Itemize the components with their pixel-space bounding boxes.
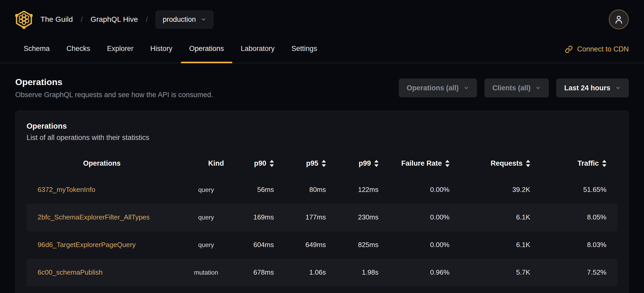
sort-asc-icon[interactable] <box>526 160 530 163</box>
requests-cell: 6.1K <box>461 213 541 221</box>
operation-name-cell: 6c00_schemaPublish <box>27 268 177 276</box>
sort-arrows-icon[interactable] <box>270 160 274 167</box>
breadcrumb-separator: / <box>146 15 148 24</box>
p90-cell: 56ms <box>235 186 285 194</box>
sort-desc-icon[interactable] <box>602 164 606 167</box>
sort-arrows-icon[interactable] <box>526 160 530 167</box>
nav-tab[interactable]: Explorer <box>99 36 142 63</box>
sort-asc-icon[interactable] <box>602 160 606 163</box>
chevron-down-icon <box>535 85 541 91</box>
p99-cell: 122ms <box>337 186 390 194</box>
filter-dropdown[interactable]: Last 24 hours <box>556 79 629 97</box>
p90-cell: 604ms <box>235 241 285 249</box>
sort-arrows-icon[interactable] <box>374 160 379 167</box>
operation-link[interactable]: 2bfc_SchemaExplorerFilter_AllTypes <box>38 213 150 221</box>
table-body: 6372_myTokenInfo query 56ms 80ms 122ms 0… <box>27 176 617 286</box>
table-column-label: Operations <box>83 159 121 168</box>
connect-to-cdn-link[interactable]: Connect to CDN <box>565 45 629 53</box>
sort-arrows-icon[interactable] <box>322 160 326 167</box>
sort-arrows-icon[interactable] <box>445 160 449 167</box>
p90-cell: 169ms <box>235 213 285 221</box>
table-column-header[interactable]: p90 <box>235 159 285 168</box>
nav-tab-label: Laboratory <box>241 45 275 53</box>
breadcrumb-project[interactable]: GraphQL Hive <box>90 15 138 24</box>
failure-rate-cell: 0.00% <box>390 186 461 194</box>
table-column-header[interactable]: p99 <box>337 159 390 168</box>
nav-tab[interactable]: Laboratory <box>232 36 283 63</box>
failure-rate-cell: 0.00% <box>390 241 461 249</box>
filter-dropdown-label: Operations (all) <box>407 84 459 92</box>
sort-desc-icon[interactable] <box>445 164 449 167</box>
kind-cell: query <box>177 186 235 193</box>
failure-rate-cell: 0.00% <box>390 213 461 221</box>
table-column-header[interactable]: p95 <box>285 159 337 168</box>
nav-tab[interactable]: Schema <box>15 36 58 63</box>
traffic-cell: 51.65% <box>541 186 617 194</box>
breadcrumb-org[interactable]: The Guild <box>40 15 73 24</box>
traffic-cell: 7.52% <box>541 268 617 276</box>
table-column-label: Traffic <box>577 159 599 168</box>
page-header: Operations Observe GraphQL requests and … <box>0 63 644 99</box>
target-selector-value: production <box>163 15 196 24</box>
filter-dropdown-label: Clients (all) <box>492 84 531 92</box>
table-column-label: p95 <box>306 159 318 168</box>
nav-tab[interactable]: Settings <box>283 36 326 63</box>
sort-asc-icon[interactable] <box>322 160 326 163</box>
breadcrumb-separator: / <box>81 15 83 24</box>
table-column-header[interactable]: Kind <box>177 159 235 168</box>
traffic-cell: 8.05% <box>541 213 617 221</box>
sort-desc-icon[interactable] <box>322 164 326 167</box>
nav-tab[interactable]: History <box>142 36 181 63</box>
requests-cell: 6.1K <box>461 241 541 249</box>
sort-asc-icon[interactable] <box>445 160 449 163</box>
nav-tab[interactable]: Operations <box>181 36 232 63</box>
table-row: 2bfc_SchemaExplorerFilter_AllTypes query… <box>27 203 617 231</box>
sort-arrows-icon[interactable] <box>602 160 606 167</box>
hive-logo-icon[interactable] <box>15 10 33 29</box>
filter-dropdown[interactable]: Operations (all) <box>399 79 477 97</box>
link-icon <box>565 45 573 53</box>
filter-dropdown[interactable]: Clients (all) <box>484 79 549 97</box>
operation-link[interactable]: 6372_myTokenInfo <box>38 186 95 193</box>
filter-bar: Operations (all) Clients (all) Last 24 h… <box>399 79 629 97</box>
table-column-label: p90 <box>254 159 266 168</box>
sort-desc-icon[interactable] <box>270 164 274 167</box>
operation-link[interactable]: 6c00_schemaPublish <box>38 268 103 276</box>
operation-name-cell: 2bfc_SchemaExplorerFilter_AllTypes <box>27 213 177 221</box>
nav-tab[interactable]: Checks <box>58 36 99 63</box>
nav-tab-label: Checks <box>67 45 90 53</box>
p99-cell: 825ms <box>337 241 390 249</box>
nav-tab-label: Explorer <box>107 45 134 53</box>
requests-cell: 5.7K <box>461 268 541 276</box>
top-bar: The Guild / GraphQL Hive / production <box>0 0 644 34</box>
p99-cell: 1.98s <box>337 268 390 276</box>
page-title: Operations <box>15 77 213 87</box>
table-column-label: p99 <box>359 159 371 168</box>
target-selector[interactable]: production <box>156 11 213 29</box>
sort-asc-icon[interactable] <box>270 160 274 163</box>
nav-tab-label: Schema <box>24 45 50 53</box>
sort-desc-icon[interactable] <box>526 164 530 167</box>
sort-asc-icon[interactable] <box>374 160 379 163</box>
nav-tab-label: Operations <box>189 45 224 53</box>
card-title: Operations <box>27 122 617 130</box>
chevron-down-icon <box>463 85 469 91</box>
operation-link[interactable]: 96d6_TargetExplorerPageQuery <box>38 241 136 249</box>
user-icon <box>614 14 624 25</box>
sort-desc-icon[interactable] <box>374 164 379 167</box>
table-row: 96d6_TargetExplorerPageQuery query 604ms… <box>27 231 617 259</box>
table-column-label: Failure Rate <box>401 159 442 168</box>
nav-tabs: Schema Checks Explorer History Operation… <box>15 36 325 63</box>
chevron-down-icon <box>201 17 206 22</box>
table-column-header[interactable]: Operations <box>27 159 177 168</box>
p95-cell: 649ms <box>285 241 337 249</box>
card-subtitle: List of all operations with their statis… <box>27 134 617 142</box>
table-row: 6c00_schemaPublish mutation 678ms 1.06s … <box>27 259 617 286</box>
operation-name-cell: 96d6_TargetExplorerPageQuery <box>27 241 177 249</box>
kind-cell: query <box>177 214 235 221</box>
table-column-header[interactable]: Requests <box>461 159 541 168</box>
primary-nav: Schema Checks Explorer History Operation… <box>0 36 644 63</box>
table-column-header[interactable]: Failure Rate <box>390 159 461 168</box>
table-column-header[interactable]: Traffic <box>541 159 617 168</box>
user-avatar[interactable] <box>609 9 629 29</box>
